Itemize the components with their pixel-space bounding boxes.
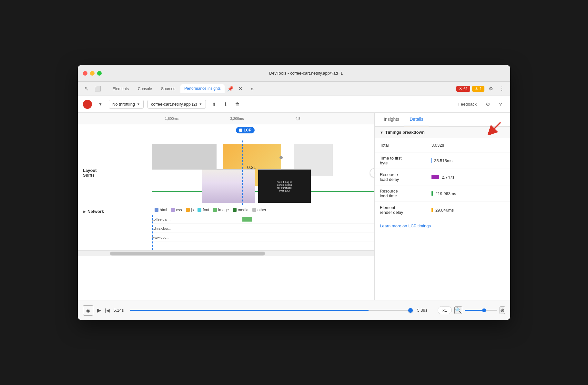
settings-icon[interactable]: ⚙ [486, 84, 495, 93]
download-icon[interactable]: ⬇ [221, 100, 230, 109]
right-panel: Insights Details ▼ Timings breakdown [375, 113, 510, 300]
section-collapse-icon[interactable]: ▼ [380, 130, 383, 134]
network-row-1[interactable]: coffee-car... [152, 215, 374, 224]
time-start: 5.14s [114, 308, 124, 313]
layout-shifts-label: LayoutShifts [78, 140, 152, 205]
timings-section: ▼ Timings breakdown Total 3.032s Time to… [375, 127, 510, 234]
tab-console[interactable]: Console [134, 85, 156, 93]
network-legend: html css js font [152, 205, 374, 215]
other-label: other [258, 208, 266, 212]
more-options-icon[interactable]: ⋮ [497, 84, 506, 93]
help-icon[interactable]: ? [496, 100, 505, 109]
maximize-button[interactable] [97, 71, 102, 76]
network-row-2[interactable]: cdnjs.clou... [152, 224, 374, 233]
url-dropdown-chevron-icon: ▼ [199, 102, 202, 106]
device-icon[interactable]: ⬜ [93, 84, 102, 93]
image-color-dot [213, 208, 217, 212]
resource-load-time-bar [431, 191, 433, 196]
zoom-thumb[interactable] [482, 308, 486, 312]
throttling-dropdown[interactable]: No throttling ▼ [109, 100, 144, 109]
layout-shifts-area: LayoutShifts 0.21 [78, 140, 374, 205]
record-button[interactable] [83, 100, 92, 109]
network-label-text: Network [87, 209, 104, 214]
network-dashed-line [152, 215, 153, 250]
tab-bar-right: ✕ 61 ⚠ 1 ⚙ ⋮ [456, 84, 506, 93]
learn-more-link[interactable]: Learn more on LCP timings [375, 218, 510, 234]
arrow-annotation [481, 119, 504, 135]
dropdown-arrow-icon[interactable]: ▼ [96, 100, 105, 109]
font-color-dot [198, 208, 201, 212]
play-button[interactable]: ▶ [97, 307, 101, 313]
tab-sources[interactable]: Sources [157, 85, 179, 93]
warning-count: 1 [480, 87, 482, 91]
network-rows: coffee-car... cdnjs.clou... www.goo... [152, 215, 374, 250]
thumbnails: Free 1 bag ofcoffee beansfor purchaseove… [202, 169, 311, 203]
network-row-3[interactable]: www.goo... [152, 233, 374, 242]
ruler-marks: 1,600ms 3,200ms 4,8 [152, 117, 300, 120]
timing-label-rld: Resourceload delay [380, 172, 431, 182]
network-expand-icon[interactable]: ▶ [83, 210, 86, 214]
dropdown-chevron-icon: ▼ [137, 102, 140, 106]
dot-circle [279, 156, 283, 159]
scroll-thumb[interactable] [110, 252, 265, 255]
window-title: DevTools - coffee-cart.netlify.app/?ad=1 [107, 71, 505, 76]
skip-to-start-icon[interactable]: |◀ [105, 308, 110, 313]
more-tabs-icon[interactable]: » [248, 84, 257, 93]
gear-settings-icon[interactable]: ⚙ [483, 100, 492, 109]
layout-shifts-content[interactable]: 0.21 Free 1 bag ofcoffee beansfor purcha… [152, 140, 374, 205]
close-tab-icon[interactable]: ✕ [236, 84, 245, 93]
tab-details[interactable]: Details [404, 113, 429, 126]
zoom-fill [465, 310, 484, 311]
zoom-slider[interactable] [465, 310, 497, 311]
warning-badge[interactable]: ⚠ 1 [472, 86, 484, 92]
url-dropdown[interactable]: coffee-cart.netlify.app (2) ▼ [147, 100, 206, 109]
zoom-in-icon[interactable]: ⊕ [500, 307, 505, 314]
slider-fill [130, 310, 369, 311]
zoom-controls: x1 🔍 ⊕ [438, 306, 505, 314]
error-count: 61 [463, 87, 468, 91]
traffic-lights [83, 71, 102, 76]
legend-image: image [213, 208, 229, 212]
url-label: coffee-cart.netlify.app (2) [151, 102, 197, 107]
timing-value-rlt: 219.963ms [431, 191, 456, 196]
tab-insights[interactable]: Insights [379, 113, 404, 126]
close-button[interactable] [83, 71, 87, 76]
timing-label-total: Total [380, 143, 431, 148]
screenshot-icon[interactable]: ◉ [83, 305, 93, 316]
zoom-out-icon[interactable]: 🔍 [454, 307, 462, 314]
timing-value-rld: 2.747s [431, 175, 454, 180]
tab-bar: ↖ ⬜ Elements Console Sources Performance… [78, 82, 510, 96]
legend-media: media [233, 208, 248, 212]
legend-font: font [198, 208, 209, 212]
section-title: Timings breakdown [385, 130, 425, 135]
css-label: css [176, 208, 182, 212]
bottom-toolbar: ◉ ▶ |◀ 5.14s 5.39s x1 🔍 ⊕ [78, 300, 510, 320]
timing-value-ttfb: 35.515ms [431, 158, 452, 163]
js-label: js [191, 208, 194, 212]
slider-thumb[interactable] [408, 308, 413, 313]
pin-icon[interactable]: 📌 [226, 84, 235, 93]
horizontal-scrollbar[interactable] [78, 250, 374, 256]
network-label[interactable]: ▶ Network [78, 205, 152, 250]
resource-load-delay-bar [431, 175, 439, 179]
legend-other: other [252, 208, 266, 212]
playback-slider[interactable] [130, 310, 411, 311]
minimize-button[interactable] [90, 71, 95, 76]
timing-row-rlt: Resourceload time 219.963ms [375, 185, 510, 202]
timeline-ruler: 1,600ms 3,200ms 4,8 [78, 113, 374, 124]
tab-performance-insights[interactable]: Performance insights [180, 84, 225, 93]
upload-icon[interactable]: ⬆ [210, 100, 219, 109]
cursor-icon[interactable]: ↖ [82, 84, 91, 93]
timing-value-total: 3.032s [431, 143, 444, 148]
thumbnail-1[interactable] [202, 169, 255, 203]
devtools-window: DevTools - coffee-cart.netlify.app/?ad=1… [78, 65, 510, 320]
network-bar-1 [242, 217, 252, 222]
delete-icon[interactable]: 🗑 [233, 100, 242, 109]
panel-tabs: Insights Details [375, 113, 510, 127]
tab-elements[interactable]: Elements [109, 85, 133, 93]
feedback-link[interactable]: Feedback [458, 102, 477, 107]
thumbnail-2[interactable]: Free 1 bag ofcoffee beansfor purchaseove… [258, 169, 311, 203]
error-badge[interactable]: ✕ 61 [456, 86, 470, 92]
media-label: media [238, 208, 248, 212]
layout-shifts-text: LayoutShifts [83, 168, 97, 178]
